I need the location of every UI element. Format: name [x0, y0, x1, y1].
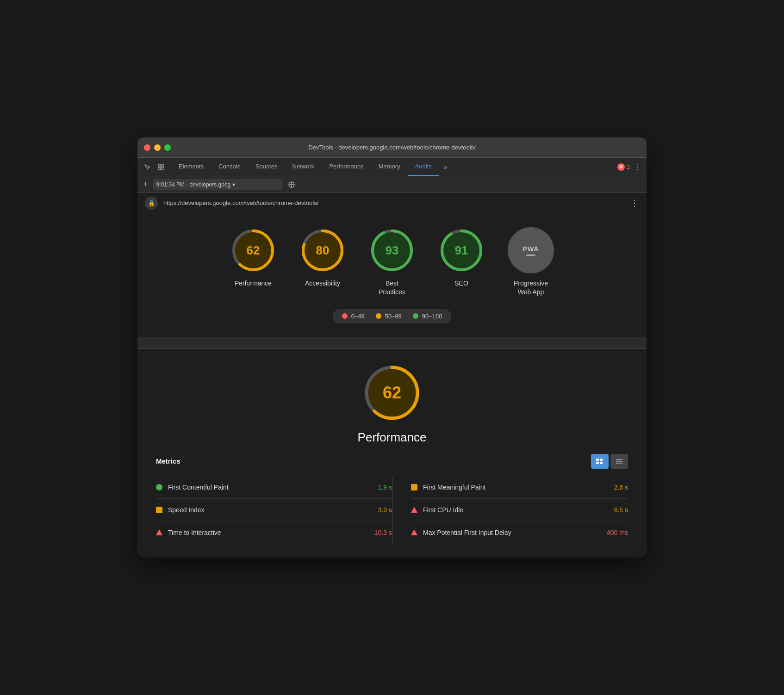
- devtools-right-controls: ✕ 2 ⋮: [612, 158, 647, 176]
- audits-scores-section: 62 Performance 80 Accessibility: [137, 213, 647, 337]
- score-item-pwa: PWA ProgressiveWeb App: [508, 227, 554, 296]
- toggle-list-button[interactable]: [610, 454, 628, 469]
- metric-value-mpfid: 400 ms: [600, 529, 628, 536]
- metrics-title: Metrics: [156, 457, 180, 465]
- metrics-toggle: [591, 454, 628, 469]
- minimize-button[interactable]: [154, 144, 161, 151]
- inspect-icon[interactable]: [156, 162, 166, 172]
- metric-value-fmp: 2.6 s: [600, 484, 628, 491]
- url-more-icon[interactable]: ⋮: [630, 198, 639, 208]
- tab-network[interactable]: Network: [285, 158, 322, 176]
- more-options-icon[interactable]: ⋮: [634, 162, 641, 171]
- pwa-circle: PWA: [508, 227, 554, 273]
- metric-value-tti: 10.3 s: [364, 529, 392, 536]
- metric-indicator-fmp: [411, 484, 417, 490]
- address-input[interactable]: [153, 179, 282, 190]
- svg-rect-23: [600, 459, 603, 461]
- score-circle-seo: 91: [438, 227, 485, 273]
- error-badge: ✕ 2: [617, 163, 630, 171]
- tab-console[interactable]: Console: [211, 158, 248, 176]
- window-title: DevTools - developers.google.com/web/too…: [308, 144, 475, 151]
- score-item-best-practices: 93 BestPractices: [369, 227, 415, 296]
- score-number-seo: 91: [455, 243, 468, 258]
- legend-dot-orange: [376, 313, 381, 319]
- svg-rect-3: [162, 168, 164, 170]
- url-text: https://developers.google.com/web/tools/…: [163, 199, 625, 206]
- legend-item-red: 0–49: [342, 313, 365, 320]
- metric-row-fcp: First Contentful Paint 1.9 s: [156, 476, 392, 499]
- legend-range-green: 90–100: [422, 313, 442, 320]
- metric-row-si: Speed Index 3.9 s: [156, 499, 392, 521]
- new-tab-icon[interactable]: +: [143, 180, 148, 189]
- svg-rect-25: [600, 462, 603, 464]
- metric-name-fmp: First Meaningful Paint: [423, 484, 595, 491]
- pwa-label: PWA: [523, 245, 539, 253]
- perf-big-score: 62 Performance: [156, 363, 628, 445]
- svg-rect-22: [596, 459, 599, 461]
- legend: 0–49 50–89 90–100: [156, 309, 628, 323]
- metrics-right-column: First Meaningful Paint 2.6 s First CPU I…: [392, 476, 628, 544]
- tab-performance[interactable]: Performance: [322, 158, 371, 176]
- performance-detail-section: 62 Performance Metrics: [137, 349, 647, 558]
- metric-name-tti: Time to Interactive: [168, 529, 359, 536]
- metrics-header: Metrics: [156, 454, 628, 469]
- score-circle-performance: 62: [230, 227, 276, 273]
- score-label-performance: Performance: [235, 279, 272, 287]
- title-bar: DevTools - developers.google.com/web/too…: [137, 137, 647, 158]
- metric-name-mpfid: Max Potential First Input Delay: [423, 529, 595, 536]
- stop-reload-icon[interactable]: [287, 180, 296, 189]
- legend-item-green: 90–100: [413, 313, 442, 320]
- site-icon: 🔒: [145, 197, 158, 210]
- title-bar-buttons: [144, 144, 171, 151]
- metric-value-fcp: 1.9 s: [364, 484, 392, 491]
- devtools-left-icons: [137, 158, 171, 176]
- metric-row-tti: Time to Interactive 10.3 s: [156, 521, 392, 544]
- metric-row-fci: First CPU Idle 6.5 s: [411, 499, 628, 521]
- tab-sources[interactable]: Sources: [248, 158, 285, 176]
- legend-range-orange: 50–89: [385, 313, 402, 320]
- metric-indicator-fcp: [156, 484, 162, 490]
- metric-name-fcp: First Contentful Paint: [168, 484, 359, 491]
- score-label-pwa: ProgressiveWeb App: [514, 279, 548, 296]
- address-bar: +: [137, 176, 647, 193]
- metrics-grid: First Contentful Paint 1.9 s Speed Index…: [156, 476, 628, 544]
- pwa-dash-icon: [526, 254, 535, 256]
- metric-row-mpfid: Max Potential First Input Delay 400 ms: [411, 521, 628, 544]
- metric-indicator-mpfid: [411, 529, 417, 535]
- cursor-icon[interactable]: [142, 162, 152, 172]
- score-item-seo: 91 SEO: [438, 227, 485, 296]
- legend-range-red: 0–49: [351, 313, 365, 320]
- svg-rect-1: [162, 164, 164, 167]
- score-number-accessibility: 80: [316, 243, 330, 258]
- metric-name-fci: First CPU Idle: [423, 506, 595, 514]
- metric-indicator-si: [156, 507, 162, 513]
- toggle-grid-button[interactable]: [591, 454, 609, 469]
- tab-elements[interactable]: Elements: [171, 158, 211, 176]
- score-number-best-practices: 93: [386, 243, 399, 258]
- score-circle-accessibility: 80: [299, 227, 346, 273]
- score-label-accessibility: Accessibility: [305, 279, 340, 287]
- close-button[interactable]: [144, 144, 150, 151]
- svg-rect-24: [596, 462, 599, 464]
- tab-memory[interactable]: Memory: [371, 158, 408, 176]
- tab-audits[interactable]: Audits: [408, 158, 439, 176]
- scores-row: 62 Performance 80 Accessibility: [156, 227, 628, 296]
- error-count: 2: [627, 164, 630, 170]
- score-item-performance: 62 Performance: [230, 227, 276, 296]
- more-tabs-button[interactable]: »: [439, 158, 452, 176]
- devtools-tab-list: Elements Console Sources Network Perform…: [171, 158, 612, 176]
- legend-inner: 0–49 50–89 90–100: [333, 309, 451, 323]
- metric-value-fci: 6.5 s: [600, 506, 628, 514]
- metric-value-si: 3.9 s: [364, 506, 392, 514]
- score-number-performance: 62: [247, 243, 260, 258]
- svg-rect-2: [158, 168, 161, 170]
- metric-indicator-fci: [411, 507, 417, 513]
- maximize-button[interactable]: [164, 144, 171, 151]
- metrics-left-column: First Contentful Paint 1.9 s Speed Index…: [156, 476, 392, 544]
- devtools-tabs: Elements Console Sources Network Perform…: [137, 158, 647, 176]
- score-label-best-practices: BestPractices: [379, 279, 405, 296]
- perf-big-number: 62: [383, 383, 401, 403]
- svg-rect-0: [158, 164, 161, 167]
- browser-window: DevTools - developers.google.com/web/too…: [137, 137, 647, 557]
- legend-dot-green: [413, 313, 418, 319]
